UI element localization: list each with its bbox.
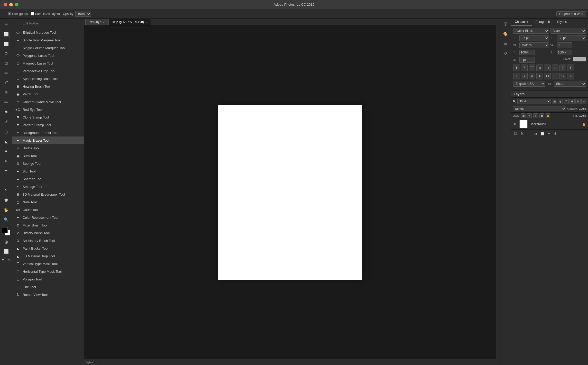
blur-tool-btn[interactable]: ●: [2, 147, 11, 156]
ordinal-btn[interactable]: 1st: [559, 73, 566, 79]
baseline-input[interactable]: [519, 57, 535, 63]
color-icon-btn[interactable]: 🎨: [501, 29, 510, 39]
filter-shape-icon[interactable]: ⬟: [569, 99, 575, 104]
list-item[interactable]: ~ Smudge Tool: [12, 183, 84, 190]
style-italic-btn[interactable]: T: [521, 65, 528, 71]
tab-character[interactable]: Character: [511, 19, 532, 26]
layer-item[interactable]: 👁 Background 🔒: [511, 119, 588, 130]
fraction-btn[interactable]: ½: [567, 73, 574, 79]
dodge-tool-btn[interactable]: ○: [2, 156, 11, 166]
style-strike-btn[interactable]: T: [567, 65, 574, 71]
scale-v-input[interactable]: [557, 50, 572, 55]
list-item[interactable]: ⊘ History Brush Tool: [12, 229, 84, 237]
layer-visibility-toggle[interactable]: 👁: [513, 122, 517, 126]
list-item[interactable]: ⬠ Magnetic Lasso Tool: [12, 59, 84, 67]
list-item[interactable]: ◣ Paint Bucket Tool: [12, 244, 84, 252]
style-bold-btn[interactable]: T: [513, 65, 520, 71]
quick-mask-btn[interactable]: ◎: [2, 237, 11, 246]
tab-document[interactable]: RGB/8) * ✕: [85, 19, 108, 25]
list-item[interactable]: ◻ Note Tool: [12, 198, 84, 206]
clone-tool-btn[interactable]: ⚑: [2, 107, 11, 117]
contiguous-item[interactable]: Contiguous: [8, 12, 28, 16]
style-underline-btn[interactable]: T: [559, 65, 566, 71]
list-item[interactable]: ○ Dodge Tool: [12, 144, 84, 152]
screen-mode-btn[interactable]: ⬜: [2, 247, 11, 256]
extra-btn-1[interactable]: ☷: [1, 258, 6, 263]
old-style-btn[interactable]: sti: [529, 73, 535, 79]
workspace-selector[interactable]: Graphic and Web: [556, 11, 586, 16]
list-item[interactable]: ⚑ Clone Stamp Tool: [12, 113, 84, 121]
type-tool-btn[interactable]: T: [2, 176, 11, 185]
list-item[interactable]: — Line Tool: [12, 283, 84, 291]
edit-toolbar-item[interactable]: ··· Edit Toolbar...: [12, 20, 84, 27]
sample-all-layers-checkbox[interactable]: [31, 12, 34, 15]
ord-btn[interactable]: A: [536, 73, 543, 79]
list-item[interactable]: ⊘ Mixer Brush Tool: [12, 221, 84, 229]
list-item[interactable]: ⬠ Polygon Tool: [12, 275, 84, 283]
history-icon-btn[interactable]: ↺: [501, 49, 510, 58]
tab-help[interactable]: Help @ 66.7% (RGB/8) ✕: [108, 19, 151, 25]
extra-btn-2[interactable]: ⬡: [6, 258, 12, 263]
font-size-dropdown[interactable]: 37 pt: [519, 35, 549, 41]
list-item[interactable]: ⊛ Sponge Tool: [12, 160, 84, 167]
foreground-color-swatch[interactable]: [2, 227, 8, 233]
ligature-btn[interactable]: fi: [513, 73, 520, 79]
brush-tool-btn[interactable]: ✏: [2, 98, 11, 107]
blend-mode-dropdown[interactable]: Normal: [513, 106, 566, 111]
lock-move-icon[interactable]: ✛: [533, 113, 538, 118]
hand-tool-btn[interactable]: 🖐: [2, 205, 11, 214]
close-button[interactable]: [4, 3, 7, 6]
filter-adjust-icon[interactable]: ◑: [558, 99, 563, 104]
font-style-dropdown[interactable]: Black: [550, 28, 586, 34]
zoom-tool-btn[interactable]: 🔍: [2, 215, 11, 224]
list-item[interactable]: ⊕ Healing Brush Tool: [12, 83, 84, 90]
list-item[interactable]: ◣ 3D Material Drop Tool: [12, 252, 84, 260]
layer-group-btn[interactable]: ⬜: [539, 131, 545, 136]
list-item[interactable]: ⬠ Polygonal Lasso Tool: [12, 52, 84, 59]
gradient-tool-btn[interactable]: ◣: [2, 137, 11, 146]
lock-artboard-icon[interactable]: ⬟: [539, 113, 544, 118]
tab-close-2[interactable]: ✕: [145, 21, 148, 24]
eyedropper-tool-btn[interactable]: 🖊: [2, 78, 11, 87]
layer-new-btn[interactable]: +: [546, 131, 552, 136]
list-item[interactable]: ◉ Burn Tool: [12, 152, 84, 160]
status-arrow[interactable]: ›: [96, 361, 97, 364]
list-item[interactable]: ◉ Patch Tool: [12, 90, 84, 98]
style-smallcaps-btn[interactable]: Tl: [536, 65, 543, 71]
list-item[interactable]: ⚑ Pattern Stamp Tool: [12, 121, 84, 129]
list-item[interactable]: ↻ Rotate View Tool: [12, 291, 84, 298]
list-item[interactable]: ● Blur Tool: [12, 167, 84, 175]
history-brush-btn[interactable]: ↺: [2, 117, 11, 126]
list-item[interactable]: ⬭ Elliptical Marquee Tool: [12, 29, 84, 36]
antialias-dropdown[interactable]: Sharp: [554, 81, 586, 87]
list-item[interactable]: ✦ Magic Eraser Tool: [12, 136, 84, 144]
scale-h-input[interactable]: [519, 50, 535, 55]
pen-tool-btn[interactable]: ✒: [2, 166, 11, 175]
list-item[interactable]: ✂ Background Eraser Tool: [12, 129, 84, 136]
color-swatch[interactable]: [573, 57, 586, 61]
list-item[interactable]: ⊕ Spot Healing Brush Tool: [12, 75, 84, 83]
layer-mask-btn[interactable]: ◻: [526, 131, 532, 136]
layer-effects-btn[interactable]: fx: [519, 131, 525, 136]
minimize-button[interactable]: [9, 3, 13, 6]
style-sub-btn[interactable]: T₁: [552, 65, 558, 71]
list-item[interactable]: ⊕ 3D Material Eyedropper Tool: [12, 190, 84, 198]
layer-delete-btn[interactable]: 🗑: [553, 131, 558, 136]
language-dropdown[interactable]: English: USA: [513, 81, 545, 87]
char-icon-btn[interactable]: Ⓣ: [501, 20, 510, 29]
style-caps-btn[interactable]: TT: [529, 65, 535, 71]
move-tool-btn[interactable]: ✛: [2, 20, 11, 29]
sample-all-layers-item[interactable]: Sample All Layers: [31, 12, 60, 16]
filter-type-icon[interactable]: T: [564, 99, 569, 104]
lock-position-icon[interactable]: ✒: [527, 113, 532, 118]
tab-paragraph[interactable]: Paragraph: [532, 19, 554, 26]
opacity-dropdown[interactable]: 100%: [75, 11, 91, 17]
slice-tool-btn[interactable]: ✂: [2, 68, 11, 78]
tab-close-1[interactable]: ✕: [103, 21, 105, 24]
contiguous-checkbox[interactable]: [8, 12, 11, 15]
layer-link-btn[interactable]: ⛓: [513, 131, 518, 136]
italic2-btn[interactable]: T: [552, 73, 558, 79]
layer-adjust-btn[interactable]: ◑: [533, 131, 538, 136]
list-item[interactable]: 123 Count Tool: [12, 206, 84, 214]
maximize-button[interactable]: [15, 3, 19, 6]
